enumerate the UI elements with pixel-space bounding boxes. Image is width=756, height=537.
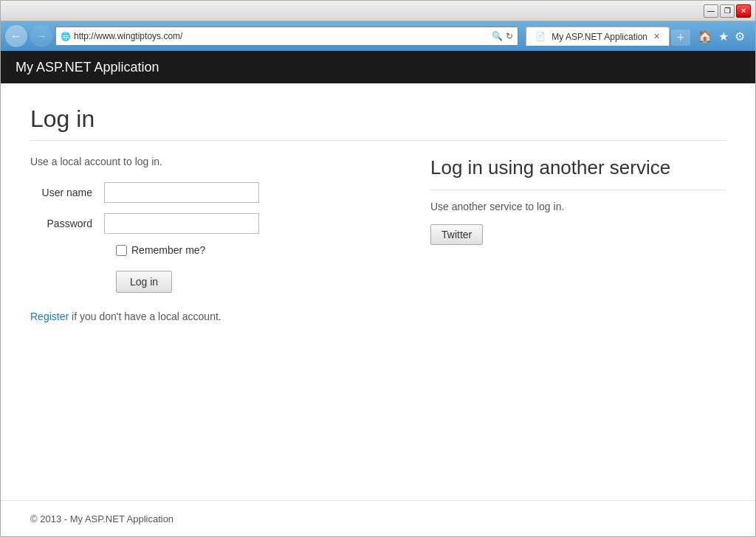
- refresh-icon[interactable]: ↻: [506, 31, 513, 41]
- address-actions: 🔍 ↻: [492, 31, 513, 41]
- remember-me-checkbox[interactable]: [116, 245, 127, 256]
- app-title: My ASP.NET Application: [16, 60, 159, 75]
- register-line: Register if you don't have a local accou…: [30, 311, 386, 322]
- tab-title: My ASP.NET Application: [551, 32, 647, 42]
- external-heading: Log in using another service: [430, 156, 726, 181]
- address-text: http://www.wingtiptoys.com/: [74, 31, 489, 41]
- top-divider: [30, 140, 726, 141]
- external-login-section: Log in using another service Use another…: [430, 156, 726, 322]
- page-heading: Log in: [30, 105, 726, 133]
- favorites-icon[interactable]: ★: [718, 30, 729, 44]
- new-tab-button[interactable]: +: [671, 30, 690, 46]
- username-group: User name: [30, 182, 386, 203]
- home-icon[interactable]: 🏠: [698, 30, 712, 44]
- tab-close-button[interactable]: ✕: [653, 32, 660, 41]
- app-nav: My ASP.NET Application: [1, 51, 755, 83]
- active-tab[interactable]: 📄 My ASP.NET Application ✕: [526, 27, 670, 46]
- two-column-layout: Use a local account to log in. User name…: [30, 156, 726, 322]
- address-bar[interactable]: 🌐 http://www.wingtiptoys.com/ 🔍 ↻: [55, 27, 518, 46]
- external-subtitle: Use another service to log in.: [430, 201, 726, 212]
- forward-button[interactable]: →: [30, 25, 52, 47]
- page-icon: 🌐: [61, 32, 71, 41]
- local-subtitle: Use a local account to log in.: [30, 156, 386, 167]
- toolbar-right: 🏠 ★ ⚙: [698, 30, 751, 44]
- login-button[interactable]: Log in: [116, 271, 172, 293]
- username-input[interactable]: [104, 182, 259, 203]
- register-link[interactable]: Register: [30, 311, 69, 322]
- right-divider: [430, 190, 726, 190]
- tab-icon: 📄: [535, 32, 546, 41]
- username-label: User name: [30, 187, 104, 198]
- password-input[interactable]: [104, 213, 259, 234]
- settings-icon[interactable]: ⚙: [735, 30, 745, 44]
- footer-text: © 2013 - My ASP.NET Application: [30, 513, 173, 524]
- close-button[interactable]: ✕: [736, 4, 751, 18]
- password-group: Password: [30, 213, 386, 234]
- minimize-button[interactable]: —: [704, 4, 718, 18]
- register-suffix: if you don't have a local account.: [69, 311, 221, 322]
- page-content: Log in Use a local account to log in. Us…: [1, 83, 755, 500]
- browser-content: My ASP.NET Application Log in Use a loca…: [1, 51, 755, 536]
- search-icon[interactable]: 🔍: [492, 31, 503, 41]
- remember-me-label[interactable]: Remember me?: [131, 244, 205, 256]
- twitter-button[interactable]: Twitter: [430, 224, 483, 245]
- back-button[interactable]: ←: [5, 25, 27, 47]
- nav-bar: ← → 🌐 http://www.wingtiptoys.com/ 🔍 ↻ 📄 …: [1, 21, 755, 51]
- title-bar: — ❐ ✕: [1, 1, 755, 21]
- password-label: Password: [30, 218, 104, 229]
- browser-window: — ❐ ✕ ← → 🌐 http://www.wingtiptoys.com/ …: [0, 0, 756, 537]
- remember-me-group: Remember me?: [116, 244, 386, 256]
- submit-area: Log in: [116, 271, 386, 293]
- tabs-bar: 📄 My ASP.NET Application ✕ +: [521, 27, 695, 46]
- restore-button[interactable]: ❐: [720, 4, 735, 18]
- local-login-section: Use a local account to log in. User name…: [30, 156, 386, 322]
- app-footer: © 2013 - My ASP.NET Application: [1, 500, 755, 536]
